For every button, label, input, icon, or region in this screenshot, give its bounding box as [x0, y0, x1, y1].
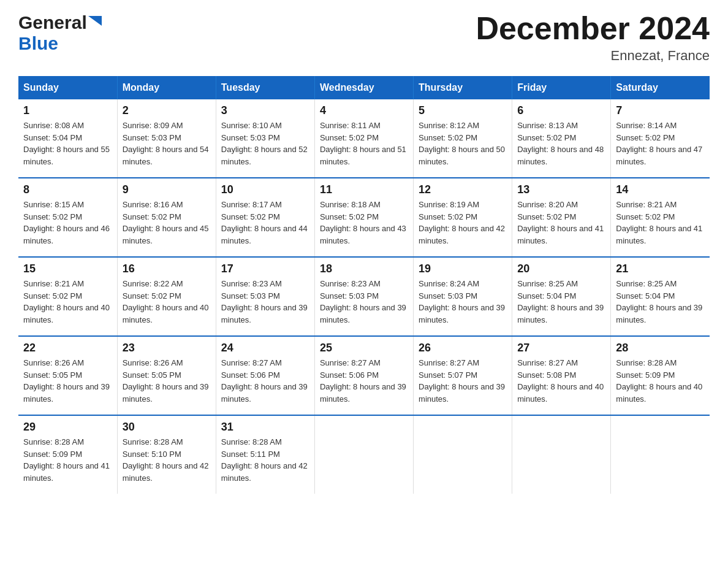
- day-info: Sunrise: 8:21 AM Sunset: 5:02 PM Dayligh…: [616, 199, 705, 247]
- day-info: Sunrise: 8:26 AM Sunset: 5:05 PM Dayligh…: [123, 357, 211, 405]
- day-info: Sunrise: 8:09 AM Sunset: 5:03 PM Dayligh…: [123, 120, 211, 167]
- calendar-day-empty: [414, 415, 512, 494]
- day-number: 24: [221, 342, 309, 354]
- day-number: 27: [517, 342, 605, 354]
- day-number: 21: [616, 262, 705, 275]
- day-number: 25: [320, 342, 408, 354]
- col-wednesday: Wednesday: [314, 76, 413, 99]
- day-info: Sunrise: 8:25 AM Sunset: 5:04 PM Dayligh…: [616, 278, 705, 326]
- day-info: Sunrise: 8:24 AM Sunset: 5:03 PM Dayligh…: [419, 278, 507, 326]
- col-monday: Monday: [117, 76, 216, 99]
- calendar-day-13: 13 Sunrise: 8:20 AM Sunset: 5:02 PM Dayl…: [512, 178, 611, 257]
- day-number: 10: [221, 183, 309, 196]
- calendar-day-27: 27 Sunrise: 8:27 AM Sunset: 5:08 PM Dayl…: [512, 336, 611, 415]
- day-info: Sunrise: 8:25 AM Sunset: 5:04 PM Dayligh…: [517, 278, 605, 326]
- day-number: 3: [221, 104, 309, 117]
- svg-marker-0: [88, 16, 102, 26]
- day-number: 7: [616, 104, 705, 117]
- page-header: General Blue December 2024 Ennezat, Fran…: [18, 12, 710, 64]
- day-info: Sunrise: 8:27 AM Sunset: 5:08 PM Dayligh…: [517, 357, 605, 405]
- day-number: 9: [123, 183, 211, 196]
- day-number: 2: [123, 104, 211, 117]
- day-number: 23: [123, 342, 211, 354]
- day-info: Sunrise: 8:11 AM Sunset: 5:02 PM Dayligh…: [320, 120, 408, 167]
- calendar-day-12: 12 Sunrise: 8:19 AM Sunset: 5:02 PM Dayl…: [414, 178, 512, 257]
- calendar-week-1: 1 Sunrise: 8:08 AM Sunset: 5:04 PM Dayli…: [18, 99, 710, 178]
- calendar-day-empty: [314, 415, 413, 494]
- calendar-day-5: 5 Sunrise: 8:12 AM Sunset: 5:02 PM Dayli…: [414, 99, 512, 178]
- day-info: Sunrise: 8:12 AM Sunset: 5:02 PM Dayligh…: [419, 120, 507, 167]
- calendar-day-empty: [512, 415, 611, 494]
- day-number: 29: [23, 421, 112, 434]
- day-info: Sunrise: 8:21 AM Sunset: 5:02 PM Dayligh…: [23, 278, 112, 326]
- day-info: Sunrise: 8:17 AM Sunset: 5:02 PM Dayligh…: [221, 199, 309, 247]
- day-info: Sunrise: 8:16 AM Sunset: 5:02 PM Dayligh…: [123, 199, 211, 247]
- day-info: Sunrise: 8:23 AM Sunset: 5:03 PM Dayligh…: [221, 278, 309, 326]
- day-info: Sunrise: 8:08 AM Sunset: 5:04 PM Dayligh…: [23, 120, 112, 167]
- calendar-week-4: 22 Sunrise: 8:26 AM Sunset: 5:05 PM Dayl…: [18, 336, 710, 415]
- calendar-day-19: 19 Sunrise: 8:24 AM Sunset: 5:03 PM Dayl…: [414, 257, 512, 336]
- calendar-day-14: 14 Sunrise: 8:21 AM Sunset: 5:02 PM Dayl…: [611, 178, 710, 257]
- day-number: 13: [517, 183, 605, 196]
- col-sunday: Sunday: [18, 76, 117, 99]
- calendar-day-28: 28 Sunrise: 8:28 AM Sunset: 5:09 PM Dayl…: [611, 336, 710, 415]
- day-info: Sunrise: 8:28 AM Sunset: 5:11 PM Dayligh…: [221, 436, 309, 484]
- day-number: 31: [221, 421, 309, 434]
- calendar-day-10: 10 Sunrise: 8:17 AM Sunset: 5:02 PM Dayl…: [216, 178, 314, 257]
- day-info: Sunrise: 8:27 AM Sunset: 5:07 PM Dayligh…: [419, 357, 507, 405]
- logo-blue-text: Blue: [18, 33, 58, 54]
- day-info: Sunrise: 8:27 AM Sunset: 5:06 PM Dayligh…: [320, 357, 408, 405]
- calendar-day-17: 17 Sunrise: 8:23 AM Sunset: 5:03 PM Dayl…: [216, 257, 314, 336]
- col-saturday: Saturday: [611, 76, 710, 99]
- calendar-day-18: 18 Sunrise: 8:23 AM Sunset: 5:03 PM Dayl…: [314, 257, 413, 336]
- calendar-day-22: 22 Sunrise: 8:26 AM Sunset: 5:05 PM Dayl…: [18, 336, 117, 415]
- month-title: December 2024: [476, 12, 710, 44]
- calendar-day-8: 8 Sunrise: 8:15 AM Sunset: 5:02 PM Dayli…: [18, 178, 117, 257]
- day-info: Sunrise: 8:26 AM Sunset: 5:05 PM Dayligh…: [23, 357, 112, 405]
- day-info: Sunrise: 8:14 AM Sunset: 5:02 PM Dayligh…: [616, 120, 705, 167]
- logo-general-text: General: [18, 12, 87, 33]
- day-number: 22: [23, 342, 112, 354]
- day-info: Sunrise: 8:10 AM Sunset: 5:03 PM Dayligh…: [221, 120, 309, 167]
- day-number: 28: [616, 342, 705, 354]
- day-info: Sunrise: 8:28 AM Sunset: 5:09 PM Dayligh…: [616, 357, 705, 405]
- day-info: Sunrise: 8:28 AM Sunset: 5:10 PM Dayligh…: [123, 436, 211, 484]
- calendar-day-7: 7 Sunrise: 8:14 AM Sunset: 5:02 PM Dayli…: [611, 99, 710, 178]
- day-number: 1: [23, 104, 112, 117]
- day-info: Sunrise: 8:15 AM Sunset: 5:02 PM Dayligh…: [23, 199, 112, 247]
- day-info: Sunrise: 8:27 AM Sunset: 5:06 PM Dayligh…: [221, 357, 309, 405]
- calendar-week-3: 15 Sunrise: 8:21 AM Sunset: 5:02 PM Dayl…: [18, 257, 710, 336]
- col-friday: Friday: [512, 76, 611, 99]
- calendar-week-2: 8 Sunrise: 8:15 AM Sunset: 5:02 PM Dayli…: [18, 178, 710, 257]
- day-info: Sunrise: 8:22 AM Sunset: 5:02 PM Dayligh…: [123, 278, 211, 326]
- calendar-day-1: 1 Sunrise: 8:08 AM Sunset: 5:04 PM Dayli…: [18, 99, 117, 178]
- calendar-day-3: 3 Sunrise: 8:10 AM Sunset: 5:03 PM Dayli…: [216, 99, 314, 178]
- col-tuesday: Tuesday: [216, 76, 314, 99]
- day-number: 20: [517, 262, 605, 275]
- day-number: 8: [23, 183, 112, 196]
- calendar-day-11: 11 Sunrise: 8:18 AM Sunset: 5:02 PM Dayl…: [314, 178, 413, 257]
- calendar-day-2: 2 Sunrise: 8:09 AM Sunset: 5:03 PM Dayli…: [117, 99, 216, 178]
- calendar-day-24: 24 Sunrise: 8:27 AM Sunset: 5:06 PM Dayl…: [216, 336, 314, 415]
- calendar-day-6: 6 Sunrise: 8:13 AM Sunset: 5:02 PM Dayli…: [512, 99, 611, 178]
- location-label: Ennezat, France: [476, 48, 710, 64]
- day-number: 4: [320, 104, 408, 117]
- calendar-day-26: 26 Sunrise: 8:27 AM Sunset: 5:07 PM Dayl…: [414, 336, 512, 415]
- day-number: 11: [320, 183, 408, 196]
- day-number: 15: [23, 262, 112, 275]
- calendar-week-5: 29 Sunrise: 8:28 AM Sunset: 5:09 PM Dayl…: [18, 415, 710, 494]
- calendar-header-row: Sunday Monday Tuesday Wednesday Thursday…: [18, 76, 710, 99]
- calendar-day-empty: [611, 415, 710, 494]
- calendar-table: Sunday Monday Tuesday Wednesday Thursday…: [18, 76, 710, 494]
- day-info: Sunrise: 8:19 AM Sunset: 5:02 PM Dayligh…: [419, 199, 507, 247]
- calendar-day-15: 15 Sunrise: 8:21 AM Sunset: 5:02 PM Dayl…: [18, 257, 117, 336]
- day-info: Sunrise: 8:20 AM Sunset: 5:02 PM Dayligh…: [517, 199, 605, 247]
- day-number: 18: [320, 262, 408, 275]
- calendar-day-21: 21 Sunrise: 8:25 AM Sunset: 5:04 PM Dayl…: [611, 257, 710, 336]
- calendar-day-29: 29 Sunrise: 8:28 AM Sunset: 5:09 PM Dayl…: [18, 415, 117, 494]
- day-number: 16: [123, 262, 211, 275]
- logo: General Blue: [18, 12, 102, 54]
- day-number: 14: [616, 183, 705, 196]
- calendar-day-16: 16 Sunrise: 8:22 AM Sunset: 5:02 PM Dayl…: [117, 257, 216, 336]
- day-number: 30: [123, 421, 211, 434]
